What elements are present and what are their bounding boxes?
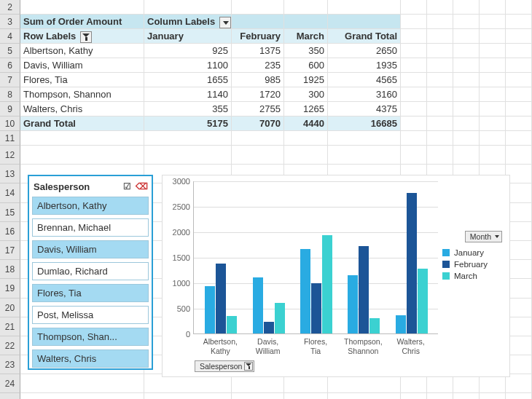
bar[interactable] <box>205 286 215 333</box>
cell[interactable] <box>232 146 284 164</box>
cell[interactable] <box>453 87 480 101</box>
cell[interactable] <box>401 393 427 399</box>
cell[interactable] <box>232 15 284 28</box>
cell[interactable] <box>401 29 427 43</box>
bar[interactable] <box>396 315 406 333</box>
cell[interactable] <box>427 73 453 87</box>
cell[interactable] <box>506 44 532 58</box>
cell[interactable] <box>401 15 427 28</box>
bar[interactable] <box>264 322 274 333</box>
slicer-item[interactable]: Walters, Chris <box>32 349 149 368</box>
pivot-row-total[interactable]: 4565 <box>328 73 401 87</box>
row-header[interactable]: 9 <box>0 102 20 116</box>
cell[interactable] <box>401 146 427 164</box>
cell[interactable] <box>453 374 480 392</box>
cell[interactable] <box>232 393 284 399</box>
slicer-item[interactable]: Davis, William <box>32 240 149 258</box>
legend-item[interactable]: February <box>442 260 505 269</box>
legend-item[interactable]: March <box>442 272 505 280</box>
cell[interactable] <box>506 116 532 130</box>
bar[interactable] <box>311 283 321 333</box>
cell[interactable] <box>20 131 144 145</box>
bar[interactable] <box>253 277 263 333</box>
cell[interactable] <box>401 102 427 116</box>
cell[interactable] <box>506 374 532 392</box>
cell[interactable] <box>453 116 480 130</box>
bar[interactable] <box>369 318 380 333</box>
clear-filter-icon[interactable]: ⌫ <box>136 181 147 192</box>
cell[interactable] <box>453 0 480 14</box>
slicer-item[interactable]: Post, Melissa <box>32 306 149 324</box>
cell[interactable] <box>328 15 401 28</box>
cell[interactable] <box>480 102 506 116</box>
cell[interactable] <box>480 58 506 72</box>
row-header[interactable]: 10 <box>0 116 20 131</box>
cell[interactable] <box>506 87 532 101</box>
cell[interactable] <box>506 393 532 399</box>
cell[interactable] <box>506 29 532 43</box>
cell[interactable] <box>144 374 232 392</box>
bar[interactable] <box>407 193 417 333</box>
cell[interactable] <box>480 0 506 14</box>
cell[interactable] <box>506 58 532 72</box>
pivot-val[interactable]: 1100 <box>144 58 232 72</box>
row-header[interactable]: 5 <box>0 44 20 58</box>
cell[interactable] <box>401 44 427 58</box>
cell[interactable] <box>328 374 401 392</box>
row-header[interactable]: 16 <box>0 222 20 241</box>
pivot-val[interactable]: 1720 <box>232 87 284 101</box>
cell[interactable] <box>427 58 453 72</box>
cell[interactable] <box>401 73 427 87</box>
slicer-item[interactable]: Thompson, Shan... <box>32 328 149 346</box>
pivot-row-total[interactable]: 4375 <box>328 102 401 116</box>
cell[interactable] <box>480 73 506 87</box>
row-header[interactable]: 14 <box>0 183 20 202</box>
cell[interactable] <box>284 131 328 145</box>
row-header[interactable]: 15 <box>0 203 20 222</box>
cell[interactable] <box>506 146 532 164</box>
pivot-val[interactable]: 1265 <box>284 102 328 116</box>
cell[interactable] <box>480 87 506 101</box>
pivot-row-name[interactable]: Flores, Tia <box>20 73 144 87</box>
cell[interactable] <box>401 0 427 14</box>
cell[interactable] <box>453 146 480 164</box>
cell[interactable] <box>427 87 453 101</box>
cell[interactable] <box>144 393 232 399</box>
cell[interactable] <box>328 131 401 145</box>
bar[interactable] <box>275 303 285 333</box>
cell[interactable] <box>284 393 328 399</box>
row-header[interactable]: 21 <box>0 317 20 336</box>
multi-select-icon[interactable]: ☑ <box>121 181 133 192</box>
cell[interactable] <box>506 73 532 87</box>
bar[interactable] <box>216 264 226 333</box>
cell[interactable] <box>427 374 453 392</box>
cell[interactable] <box>506 15 532 28</box>
cell[interactable] <box>453 393 480 399</box>
slicer-salesperson[interactable]: Salesperson ☑ ⌫ Albertson, KathyBrennan,… <box>28 175 153 370</box>
pivot-row-name[interactable]: Walters, Chris <box>20 102 144 116</box>
cell[interactable] <box>506 131 532 145</box>
cell[interactable] <box>427 44 453 58</box>
axis-field-button[interactable]: Salesperson <box>195 360 254 372</box>
legend-item[interactable]: January <box>442 248 505 257</box>
bar[interactable] <box>418 269 428 333</box>
pivot-val[interactable]: 2755 <box>232 102 284 116</box>
cell[interactable] <box>453 102 480 116</box>
cell[interactable] <box>506 102 532 116</box>
pivot-val[interactable]: 985 <box>232 73 284 87</box>
pivot-val[interactable]: 350 <box>284 44 328 58</box>
cell[interactable] <box>401 374 427 392</box>
cell[interactable] <box>480 374 506 392</box>
cell[interactable] <box>144 0 232 14</box>
grand-val[interactable]: 5175 <box>144 116 232 130</box>
pivot-col-label[interactable]: Column Labels <box>144 15 232 28</box>
cell[interactable] <box>480 29 506 43</box>
row-header[interactable]: 4 <box>0 29 20 44</box>
slicer-item[interactable]: Flores, Tia <box>32 284 149 302</box>
cell[interactable] <box>284 0 328 14</box>
cell[interactable] <box>453 44 480 58</box>
cell[interactable] <box>453 15 480 28</box>
pivot-val[interactable]: 925 <box>144 44 232 58</box>
row-header[interactable]: 25 <box>0 393 20 399</box>
col-hdr-jan[interactable]: January <box>144 29 232 43</box>
